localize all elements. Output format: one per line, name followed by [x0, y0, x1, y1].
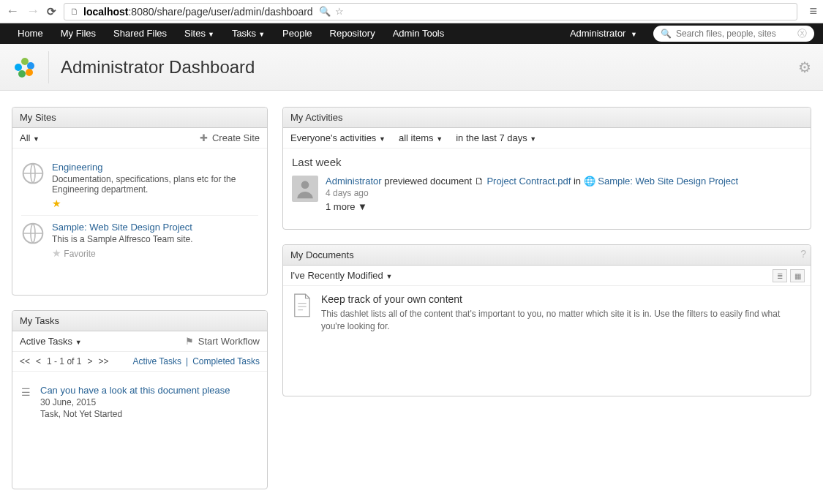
dashlet-header: My Tasks	[12, 311, 267, 331]
docs-empty-description: This dashlet lists all of the content th…	[321, 308, 802, 333]
nav-admin-tools[interactable]: Admin Tools	[384, 23, 454, 44]
site-item: Engineering Documentation, specification…	[21, 156, 258, 216]
nav-tasks[interactable]: Tasks▼	[223, 23, 274, 45]
search-in-page-icon[interactable]: 🔍	[319, 6, 331, 17]
task-item: ☰ Can you have a look at this document p…	[21, 379, 258, 425]
tab-active-tasks[interactable]: Active Tasks	[133, 356, 181, 366]
nav-people[interactable]: People	[274, 23, 320, 44]
document-link[interactable]: Project Contract.pdf	[486, 176, 571, 187]
dashlet-my-documents: My Documents ? I've Recently Modified ▼ …	[282, 244, 811, 396]
global-nav: Home My Files Shared Files Sites▼ Tasks▼…	[0, 23, 823, 44]
document-icon: 🗋	[475, 176, 487, 187]
bookmark-star-icon[interactable]: ☆	[335, 6, 344, 17]
pager-status: 1 - 1 of 1	[47, 356, 81, 366]
svg-point-4	[15, 64, 22, 71]
browser-toolbar: ← → ⟳ 🗋 localhost:8080/share/page/user/a…	[0, 0, 823, 23]
docs-empty-title: Keep track of your own content	[321, 293, 802, 305]
dashlet-my-activities: My Activities Everyone's activities ▼ al…	[282, 107, 811, 230]
globe-icon	[21, 162, 45, 185]
dashlet-header: My Documents ?	[283, 245, 811, 266]
svg-point-3	[18, 70, 26, 78]
page-header: Administrator Dashboard ⚙	[0, 44, 823, 91]
global-search[interactable]: 🔍 ⓧ	[653, 26, 814, 42]
nav-shared-files[interactable]: Shared Files	[105, 23, 176, 44]
dashlet-header: My Sites	[12, 108, 267, 128]
nav-sites[interactable]: Sites▼	[176, 23, 223, 45]
docs-filter[interactable]: I've Recently Modified ▼	[290, 270, 392, 281]
site-description: Documentation, specifications, plans etc…	[52, 174, 258, 195]
nav-home[interactable]: Home	[9, 23, 52, 44]
activity-text: Administrator previewed document 🗋 Proje…	[326, 176, 738, 187]
activities-filter-type[interactable]: all items ▼	[399, 132, 443, 143]
start-workflow-link[interactable]: ⚑Start Workflow	[185, 336, 260, 347]
dashlet-my-tasks: My Tasks Active Tasks ▼ ⚑Start Workflow …	[12, 310, 268, 489]
view-list-icon[interactable]: ≣	[773, 269, 787, 282]
workflow-icon: ⚑	[185, 336, 194, 347]
create-site-icon: ✚	[200, 132, 208, 143]
nav-repository[interactable]: Repository	[321, 23, 384, 44]
activity-more-toggle[interactable]: 1 more ▼	[326, 201, 738, 212]
sites-filter[interactable]: All ▼	[20, 132, 40, 143]
site-link[interactable]: Sample: Web Site Design Project	[598, 176, 738, 187]
svg-point-7	[301, 181, 309, 189]
tasks-filter[interactable]: Active Tasks ▼	[20, 336, 82, 347]
pager-first[interactable]: <<	[20, 356, 30, 366]
browser-menu-icon[interactable]: ≡	[809, 4, 817, 19]
document-icon	[292, 293, 312, 318]
create-site-link[interactable]: ✚Create Site	[200, 132, 260, 143]
url-text: localhost:8080/share/page/user/admin/das…	[83, 6, 313, 18]
site-link[interactable]: Engineering	[52, 162, 258, 173]
task-status: Task, Not Yet Started	[40, 409, 230, 419]
favorite-toggle[interactable]: ★ Favorite	[52, 247, 193, 259]
activity-section-title: Last week	[292, 156, 802, 168]
help-icon[interactable]: ?	[800, 248, 806, 260]
user-menu[interactable]: Administrator ▼	[561, 23, 646, 45]
dashboard: My Sites All ▼ ✚Create Site Engineering …	[0, 91, 823, 504]
svg-point-1	[27, 62, 34, 69]
site-item: Sample: Web Site Design Project This is …	[21, 216, 258, 265]
dashlet-my-sites: My Sites All ▼ ✚Create Site Engineering …	[12, 107, 268, 296]
task-date: 30 June, 2015	[40, 397, 230, 407]
pager-next[interactable]: >	[87, 356, 92, 366]
site-link[interactable]: Sample: Web Site Design Project	[52, 222, 193, 233]
search-input[interactable]	[676, 29, 797, 39]
activity-time: 4 days ago	[326, 188, 738, 198]
globe-icon	[21, 222, 45, 245]
forward-button[interactable]: →	[26, 4, 40, 19]
page-title: Administrator Dashboard	[61, 57, 255, 78]
task-link[interactable]: Can you have a look at this document ple…	[40, 385, 230, 396]
site-description: This is a Sample Alfresco Team site.	[52, 234, 193, 244]
favorite-toggle[interactable]: ★	[52, 198, 258, 209]
svg-point-0	[21, 58, 29, 65]
pager-last[interactable]: >>	[98, 356, 108, 366]
page-icon: 🗋	[70, 7, 79, 17]
search-icon: 🔍	[661, 29, 672, 39]
clear-search-icon[interactable]: ⓧ	[797, 27, 807, 40]
activity-item: Administrator previewed document 🗋 Proje…	[292, 176, 802, 212]
site-icon: 🌐	[584, 176, 598, 187]
nav-my-files[interactable]: My Files	[52, 23, 105, 44]
activities-filter-who[interactable]: Everyone's activities ▼	[290, 132, 386, 143]
pager-prev[interactable]: <	[36, 356, 41, 366]
svg-point-2	[26, 69, 33, 76]
back-button[interactable]: ←	[6, 4, 19, 19]
dashlet-header: My Activities	[283, 108, 811, 128]
reload-button[interactable]: ⟳	[47, 5, 56, 18]
alfresco-logo-icon	[12, 54, 38, 80]
customize-dashboard-icon[interactable]: ⚙	[798, 59, 811, 76]
activities-filter-range[interactable]: in the last 7 days ▼	[456, 132, 536, 143]
task-icon: ☰	[21, 386, 33, 419]
address-bar[interactable]: 🗋 localhost:8080/share/page/user/admin/d…	[64, 3, 797, 20]
view-grid-icon[interactable]: ▦	[790, 269, 805, 282]
avatar-icon	[292, 176, 318, 202]
user-link[interactable]: Administrator	[326, 176, 382, 187]
tab-completed-tasks[interactable]: Completed Tasks	[192, 356, 260, 366]
